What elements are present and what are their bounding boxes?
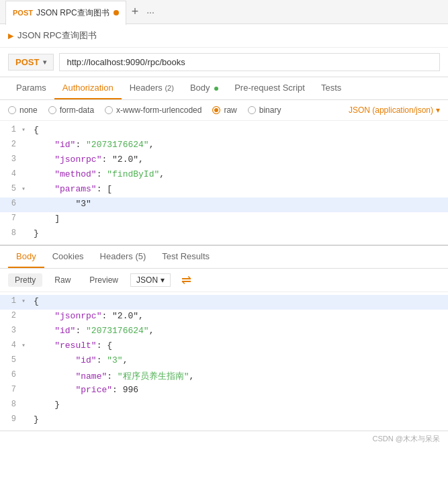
add-tab-button[interactable]: + — [126, 5, 144, 19]
code-line: 6 "3" — [0, 197, 448, 212]
resp-tab-headers[interactable]: Headers (5) — [92, 246, 154, 268]
code-line: 5▾ "params": [ — [0, 183, 448, 197]
wrap-lines-button[interactable]: ⇌ — [181, 273, 191, 287]
line-content: "params": [ — [31, 183, 448, 197]
preview-button[interactable]: Preview — [83, 273, 125, 287]
line-number: 9 — [0, 413, 21, 428]
method-dropdown[interactable]: POST ▾ — [8, 54, 54, 71]
tab-headers[interactable]: Headers (2) — [122, 77, 182, 99]
line-number: 7 — [0, 212, 21, 227]
line-content: } — [31, 398, 448, 413]
line-content: "id": "2073176624", — [31, 324, 448, 339]
json-type-dropdown[interactable]: JSON (application/json) ▾ — [349, 105, 440, 115]
code-line: 9} — [0, 413, 448, 428]
radio-urlencoded[interactable]: x-www-form-urlencoded — [105, 105, 201, 115]
fold-toggle-icon[interactable]: ▾ — [21, 124, 31, 138]
line-content: } — [31, 227, 448, 242]
resp-tab-body[interactable]: Body — [8, 246, 44, 268]
fold-toggle-icon[interactable]: ▾ — [21, 295, 31, 310]
line-content: "jsonrpc": "2.0", — [31, 153, 448, 168]
chevron-down-icon: ▾ — [43, 58, 46, 66]
fold-toggle-icon — [21, 227, 31, 242]
code-line: 2 "jsonrpc": "2.0", — [0, 310, 448, 324]
watermark: CSDN @木木与呆呆 — [0, 431, 448, 447]
radio-raw-icon — [212, 106, 220, 114]
radio-binary-icon — [248, 106, 256, 114]
fold-toggle-icon — [21, 354, 31, 369]
fold-toggle-icon — [21, 138, 31, 153]
resp-tab-cookies[interactable]: Cookies — [44, 246, 92, 268]
url-input[interactable] — [59, 53, 440, 71]
radio-urlencoded-icon — [105, 106, 113, 114]
line-number: 1 — [0, 124, 21, 138]
raw-button[interactable]: Raw — [48, 273, 77, 287]
tab-authorization[interactable]: Authorization — [54, 77, 122, 99]
fold-toggle-icon[interactable]: ▾ — [21, 183, 31, 197]
response-tabs: Body Cookies Headers (5) Test Results — [0, 246, 448, 269]
code-line: 1▾{ — [0, 124, 448, 138]
line-number: 5 — [0, 354, 21, 369]
line-number: 2 — [0, 310, 21, 324]
line-number: 4 — [0, 339, 21, 354]
tab-bar: POST JSON RPC查询图书 + ··· — [0, 0, 448, 24]
tab-pre-request[interactable]: Pre-request Script — [226, 77, 313, 99]
resp-headers-badge: (5) — [135, 251, 146, 261]
response-code-editor[interactable]: 1▾{2 "jsonrpc": "2.0",3 "id": "207317662… — [0, 292, 448, 431]
request-code-editor[interactable]: 1▾{2 "id": "2073176624",3 "jsonrpc": "2.… — [0, 121, 448, 245]
tab-params[interactable]: Params — [8, 77, 54, 99]
line-number: 1 — [0, 295, 21, 310]
code-line: 8} — [0, 227, 448, 242]
line-number: 2 — [0, 138, 21, 153]
line-number: 8 — [0, 398, 21, 413]
url-bar: POST ▾ — [0, 48, 448, 77]
line-content: "price": 996 — [31, 384, 448, 398]
json-format-chevron-icon: ▾ — [161, 275, 165, 285]
code-line: 8 } — [0, 398, 448, 413]
headers-badge: (2) — [165, 84, 173, 92]
radio-form-data-icon — [48, 106, 56, 114]
line-content: "id": "2073176624", — [31, 138, 448, 153]
breadcrumb: ▶ JSON RPC查询图书 — [0, 24, 448, 48]
line-number: 3 — [0, 324, 21, 339]
line-number: 6 — [0, 197, 21, 212]
radio-raw[interactable]: raw — [212, 105, 236, 115]
fold-toggle-icon[interactable]: ▾ — [21, 339, 31, 354]
method-label: POST — [15, 57, 39, 67]
line-number: 7 — [0, 384, 21, 398]
code-line: 6 "name": "程序员养生指南", — [0, 369, 448, 384]
line-content: "result": { — [31, 339, 448, 354]
json-format-dropdown[interactable]: JSON ▾ — [130, 273, 171, 287]
line-content: { — [31, 295, 448, 310]
code-line: 4 "method": "findById", — [0, 168, 448, 183]
tab-body[interactable]: Body — [182, 77, 226, 99]
radio-binary[interactable]: binary — [248, 105, 281, 115]
line-content: "method": "findById", — [31, 168, 448, 183]
tab-tests[interactable]: Tests — [313, 77, 349, 99]
pretty-button[interactable]: Pretty — [8, 273, 42, 287]
request-tabs: Params Authorization Headers (2) Body Pr… — [0, 77, 448, 100]
more-tabs-button[interactable]: ··· — [144, 7, 157, 17]
format-bar: Pretty Raw Preview JSON ▾ ⇌ — [0, 269, 448, 292]
line-content: "id": "3", — [31, 354, 448, 369]
radio-form-data[interactable]: form-data — [48, 105, 94, 115]
request-tab[interactable]: POST JSON RPC查询图书 — [5, 1, 126, 25]
line-content: "3" — [31, 197, 448, 212]
tab-method-label: POST — [13, 9, 33, 17]
fold-toggle-icon — [21, 324, 31, 339]
code-line: 1▾{ — [0, 295, 448, 310]
line-content: "name": "程序员养生指南", — [31, 369, 448, 384]
code-line: 2 "id": "2073176624", — [0, 138, 448, 153]
line-number: 3 — [0, 153, 21, 168]
line-number: 5 — [0, 183, 21, 197]
code-line: 3 "jsonrpc": "2.0", — [0, 153, 448, 168]
radio-none-icon — [8, 106, 16, 114]
line-number: 6 — [0, 369, 21, 384]
body-dot-icon — [214, 87, 218, 91]
radio-none[interactable]: none — [8, 105, 38, 115]
code-line: 3 "id": "2073176624", — [0, 324, 448, 339]
tab-dot-icon — [114, 10, 119, 15]
fold-toggle-icon — [21, 212, 31, 227]
resp-tab-test-results[interactable]: Test Results — [154, 246, 218, 268]
breadcrumb-arrow-icon: ▶ — [8, 32, 13, 40]
line-content: { — [31, 124, 448, 138]
